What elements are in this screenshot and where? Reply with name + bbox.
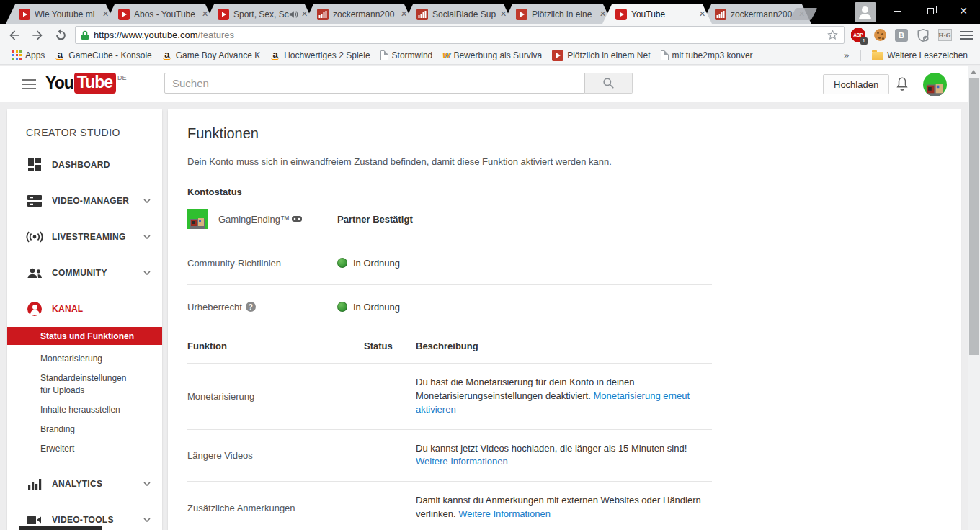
address-bar[interactable]: https://www.youtube.com/features	[75, 26, 845, 44]
column-header-status: Status	[364, 341, 416, 351]
help-icon[interactable]: ?	[246, 302, 256, 312]
sidebar-bottom-button[interactable]	[19, 526, 102, 530]
youtube-logo[interactable]: You Tube DE	[45, 73, 126, 94]
other-bookmarks-folder[interactable]: Weitere Lesezeichen	[867, 47, 973, 64]
sidebar-item-community[interactable]: COMMUNITY	[7, 255, 162, 291]
tab-youtube-active[interactable]: YouTube ✕	[602, 4, 712, 24]
page-icon	[661, 50, 669, 60]
column-header-beschreibung: Beschreibung	[416, 341, 712, 351]
sidebar-subitem-monetarisierung[interactable]: Monetarisierung	[7, 349, 162, 369]
apps-label: Apps	[25, 50, 45, 60]
hg-extension[interactable]: H·G	[937, 27, 953, 43]
bookmark-stormwind[interactable]: Stormwind	[375, 47, 438, 64]
window-close-button[interactable]: ✕	[947, 0, 980, 22]
table-row-anmerkungen: Zusätzliche Anmerkungen Damit kannst du …	[187, 482, 712, 530]
sidebar-item-analytics[interactable]: ANALYTICS	[7, 466, 162, 502]
chevron-down-icon	[143, 271, 151, 275]
page-body: CREATOR STUDIO DASHBOARD VIDEO-MANAGER L…	[0, 102, 968, 530]
shield-extension[interactable]	[915, 27, 931, 43]
b-extension[interactable]: B	[894, 27, 909, 43]
bookmark-tube2mp3[interactable]: mit tube2mp3 konver	[656, 47, 758, 64]
feature-description: Du kannst jetzt Videos hochladen, die lä…	[416, 442, 712, 470]
sidebar-item-kanal[interactable]: KANAL	[7, 291, 162, 327]
tab-sport[interactable]: Sport, Sex, Sc ✕	[205, 4, 314, 24]
channel-name[interactable]: GamingEnding™	[218, 214, 337, 225]
search-form	[164, 73, 633, 94]
bookmark-ploetzlich[interactable]: Plötzlich in einem Net	[547, 47, 655, 64]
table-row-monetarisierung: Monetarisierung Du hast die Monetarisier…	[187, 364, 712, 429]
page-scrollbar[interactable]	[968, 66, 980, 530]
youtube-favicon	[19, 9, 30, 20]
chevron-down-icon	[143, 518, 151, 522]
tab-close-icon[interactable]: ✕	[697, 9, 708, 19]
tab-title: Wie Youtube mi	[35, 9, 100, 19]
status-dot-green	[337, 302, 347, 312]
reload-button[interactable]	[52, 27, 69, 44]
tab-socialblade[interactable]: SocialBlade Sup ✕	[404, 4, 513, 24]
bookmark-hochwertiges[interactable]: a Hochwertiges 2 Spiele	[265, 47, 375, 64]
b-icon: B	[895, 29, 908, 42]
sidebar-subitem-standardeinstellungen[interactable]: Standardeinstellungen für Uploads	[7, 369, 148, 400]
bookmark-star-icon[interactable]	[827, 29, 839, 41]
bookmarks-separator	[860, 50, 861, 61]
channel-avatar	[187, 209, 208, 229]
reload-icon	[54, 28, 68, 42]
upload-button[interactable]: Hochladen	[823, 74, 889, 94]
bookmarks-bar: Apps a GameCube - Konsole a Game Boy Adv…	[0, 46, 980, 65]
youtube-menu-icon[interactable]	[22, 79, 36, 81]
adblock-plus-extension[interactable]: ABP 1	[850, 27, 866, 43]
sidebar-subitem-branding[interactable]: Branding	[7, 420, 162, 439]
forward-button[interactable]	[29, 27, 46, 44]
tab-zockermann-1[interactable]: zockermann200 ✕	[304, 4, 414, 24]
apps-shortcut[interactable]: Apps	[7, 47, 50, 64]
feature-description: Damit kannst du Anmerkungen mit externen…	[416, 494, 712, 521]
tab-ploetzlich[interactable]: Plötzlich in eine ✕	[503, 4, 612, 24]
cookie-icon	[874, 29, 886, 41]
sidebar-item-livestreaming[interactable]: LIVESTREAMING	[7, 219, 162, 255]
w-icon: w	[442, 50, 450, 60]
back-button[interactable]	[6, 27, 23, 44]
url-origin: https://www.youtube.com	[94, 30, 198, 40]
folder-icon	[872, 52, 883, 60]
status-dot-green	[337, 258, 347, 268]
tab-audio-icon[interactable]	[289, 10, 298, 19]
bookmark-gamecube[interactable]: a GameCube - Konsole	[50, 47, 156, 64]
search-input[interactable]	[164, 73, 585, 94]
sidebar-item-video-manager[interactable]: VIDEO-MANAGER	[7, 183, 162, 219]
avatar-image	[923, 73, 947, 96]
sidebar-subitem-erweitert[interactable]: Erweitert	[7, 439, 162, 459]
search-button[interactable]	[585, 73, 633, 94]
play-favicon	[516, 9, 527, 20]
analytics-icon	[26, 478, 43, 490]
bookmark-label: Bewerbung als Surviva	[453, 50, 542, 60]
shield-check-icon	[917, 28, 930, 42]
tab-abos[interactable]: Abos - YouTube ✕	[105, 4, 215, 24]
bookmarks-overflow-button[interactable]: »	[838, 50, 855, 60]
bookmark-label: mit tube2mp3 konver	[672, 50, 753, 60]
window-minimize-button[interactable]	[881, 0, 914, 22]
tab-title: zockermann200	[333, 9, 398, 19]
sidebar-item-dashboard[interactable]: DASHBOARD	[7, 147, 162, 183]
weitere-informationen-link[interactable]: Weitere Informationen	[458, 508, 551, 519]
bookmark-gameboy[interactable]: a Game Boy Advance K	[157, 47, 265, 64]
sidebar-subitem-status-funktionen[interactable]: Status und Funktionen	[7, 327, 162, 345]
chrome-menu-button[interactable]	[958, 27, 974, 43]
tab-wie-youtube[interactable]: Wie Youtube mi ✕	[6, 4, 115, 24]
weitere-informationen-link[interactable]: Weitere Informationen	[416, 456, 508, 467]
scrollbar-thumb[interactable]	[969, 78, 979, 355]
sidebar-subitem-inhalte[interactable]: Inhalte herausstellen	[7, 400, 162, 420]
chevron-down-icon	[143, 199, 151, 203]
bookmark-bewerbung[interactable]: w Bewerbung als Surviva	[437, 47, 547, 64]
feature-label: Längere Videos	[187, 450, 364, 461]
browser-profile-button[interactable]	[855, 2, 876, 22]
tab-title: YouTube	[631, 9, 697, 19]
play-icon	[552, 50, 564, 61]
table-row-laengere-videos: Längere Videos Du kannst jetzt Videos ho…	[187, 430, 712, 482]
youtube-favicon	[615, 9, 627, 20]
url-path: /features	[198, 30, 235, 40]
cookie-extension[interactable]	[872, 27, 888, 43]
notifications-button[interactable]	[895, 76, 909, 95]
account-avatar[interactable]	[923, 73, 947, 96]
window-restore-button[interactable]	[914, 0, 947, 22]
scrollbar-up-arrow[interactable]	[971, 70, 976, 74]
